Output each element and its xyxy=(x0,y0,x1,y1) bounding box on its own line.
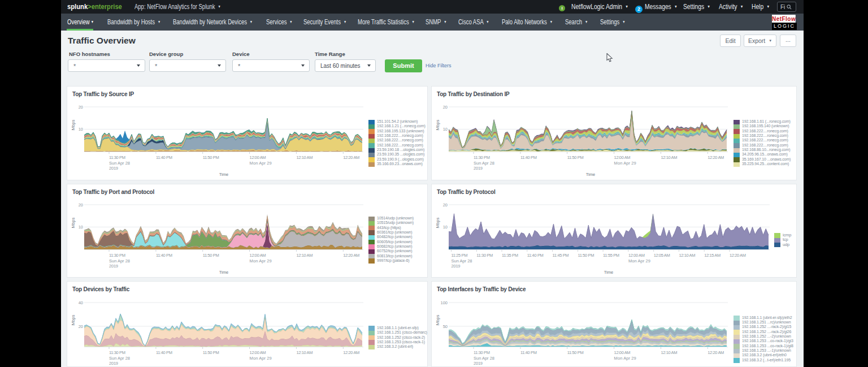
svg-text:12:00 AM: 12:00 AM xyxy=(250,253,266,258)
svg-text:11:35 PM: 11:35 PM xyxy=(502,253,518,258)
svg-text:12:15 AM: 12:15 AM xyxy=(704,253,721,258)
svg-text:12:20 AM: 12:20 AM xyxy=(708,155,724,160)
svg-text:Mon Apr 29: Mon Apr 29 xyxy=(250,161,272,166)
svg-text:20: 20 xyxy=(79,202,83,208)
svg-text:Sun Apr 28: Sun Apr 28 xyxy=(474,161,494,166)
svg-text:40: 40 xyxy=(79,300,83,305)
svg-text:Time: Time xyxy=(604,270,613,275)
svg-text:11:55 PM: 11:55 PM xyxy=(603,253,619,258)
svg-text:Sun Apr 28: Sun Apr 28 xyxy=(452,258,472,264)
svg-text:11:50 PM: 11:50 PM xyxy=(203,155,219,160)
svg-text:2019: 2019 xyxy=(109,264,118,269)
svg-text:Sun Apr 28: Sun Apr 28 xyxy=(109,258,130,264)
svg-text:Time: Time xyxy=(219,172,228,177)
svg-text:12:00 AM: 12:00 AM xyxy=(250,155,266,160)
svg-text:Mon Apr 29: Mon Apr 29 xyxy=(250,258,272,264)
svg-text:Time: Time xyxy=(219,270,228,275)
svg-text:20: 20 xyxy=(79,324,83,329)
svg-text:11:40 PM: 11:40 PM xyxy=(156,253,172,258)
svg-text:Mon Apr 29: Mon Apr 29 xyxy=(614,356,636,361)
svg-text:Time: Time xyxy=(586,172,595,177)
svg-text:11:40 PM: 11:40 PM xyxy=(527,253,544,258)
svg-text:12:20 AM: 12:20 AM xyxy=(730,253,746,258)
svg-text:11:30 PM: 11:30 PM xyxy=(474,350,490,355)
svg-text:10: 10 xyxy=(443,224,448,230)
svg-text:Sun Apr 28: Sun Apr 28 xyxy=(109,356,130,361)
svg-text:11:30 PM: 11:30 PM xyxy=(109,350,125,355)
svg-text:11:50 PM: 11:50 PM xyxy=(578,253,594,258)
svg-text:11:40 PM: 11:40 PM xyxy=(156,155,172,160)
svg-text:11:45 PM: 11:45 PM xyxy=(553,253,569,258)
svg-text:11:50 PM: 11:50 PM xyxy=(567,350,584,355)
svg-text:2019: 2019 xyxy=(474,166,483,171)
svg-text:20: 20 xyxy=(79,105,83,110)
svg-text:20: 20 xyxy=(443,202,448,208)
svg-text:11:25 PM: 11:25 PM xyxy=(452,253,468,258)
svg-text:Mon Apr 29: Mon Apr 29 xyxy=(250,356,272,361)
svg-text:12:00 AM: 12:00 AM xyxy=(614,155,631,160)
svg-text:Mbps: Mbps xyxy=(71,120,76,131)
svg-text:Mbps: Mbps xyxy=(435,218,440,228)
svg-text:11:40 PM: 11:40 PM xyxy=(520,155,537,160)
svg-text:Mbps: Mbps xyxy=(71,315,76,326)
svg-text:12:10 AM: 12:10 AM xyxy=(679,253,695,258)
svg-text:Sun Apr 28: Sun Apr 28 xyxy=(109,161,130,166)
svg-text:12:10 AM: 12:10 AM xyxy=(296,155,313,160)
svg-text:11:30 PM: 11:30 PM xyxy=(476,253,493,258)
svg-text:12:00 AM: 12:00 AM xyxy=(628,253,645,258)
svg-text:12:20 AM: 12:20 AM xyxy=(343,155,359,160)
svg-text:12:10 AM: 12:10 AM xyxy=(661,155,677,160)
svg-text:11:30 PM: 11:30 PM xyxy=(109,253,125,258)
svg-text:2019: 2019 xyxy=(474,361,483,366)
svg-text:Mbps: Mbps xyxy=(435,315,440,326)
svg-text:10: 10 xyxy=(79,127,83,132)
svg-text:2019: 2019 xyxy=(452,264,461,269)
svg-text:11:50 PM: 11:50 PM xyxy=(567,155,584,160)
svg-text:12:20 AM: 12:20 AM xyxy=(343,253,359,258)
svg-text:11:30 PM: 11:30 PM xyxy=(474,155,490,160)
svg-text:Mbps: Mbps xyxy=(435,120,440,131)
svg-text:100: 100 xyxy=(440,300,448,305)
svg-text:11:50 PM: 11:50 PM xyxy=(203,253,219,258)
svg-text:10: 10 xyxy=(79,224,83,230)
svg-text:Mbps: Mbps xyxy=(71,218,76,228)
svg-text:12:10 AM: 12:10 AM xyxy=(296,350,313,355)
svg-text:11:50 PM: 11:50 PM xyxy=(203,350,219,355)
svg-text:12:20 AM: 12:20 AM xyxy=(708,350,724,355)
svg-text:Mon Apr 29: Mon Apr 29 xyxy=(614,161,636,166)
svg-text:10: 10 xyxy=(443,127,448,132)
svg-text:Sun Apr 28: Sun Apr 28 xyxy=(474,356,494,361)
svg-text:2019: 2019 xyxy=(109,166,118,171)
svg-text:50: 50 xyxy=(443,324,448,329)
svg-text:12:00 AM: 12:00 AM xyxy=(614,350,631,355)
svg-text:20: 20 xyxy=(443,105,448,110)
svg-text:12:05 AM: 12:05 AM xyxy=(654,253,670,258)
svg-text:11:30 PM: 11:30 PM xyxy=(109,155,125,160)
svg-text:12:10 AM: 12:10 AM xyxy=(661,350,677,355)
svg-text:11:40 PM: 11:40 PM xyxy=(520,350,537,355)
svg-text:12:10 AM: 12:10 AM xyxy=(296,253,313,258)
svg-text:2019: 2019 xyxy=(109,361,118,366)
svg-text:11:40 PM: 11:40 PM xyxy=(156,350,172,355)
svg-text:12:20 AM: 12:20 AM xyxy=(343,350,359,355)
svg-text:Mon Apr 29: Mon Apr 29 xyxy=(628,258,650,264)
svg-text:12:00 AM: 12:00 AM xyxy=(250,350,266,355)
